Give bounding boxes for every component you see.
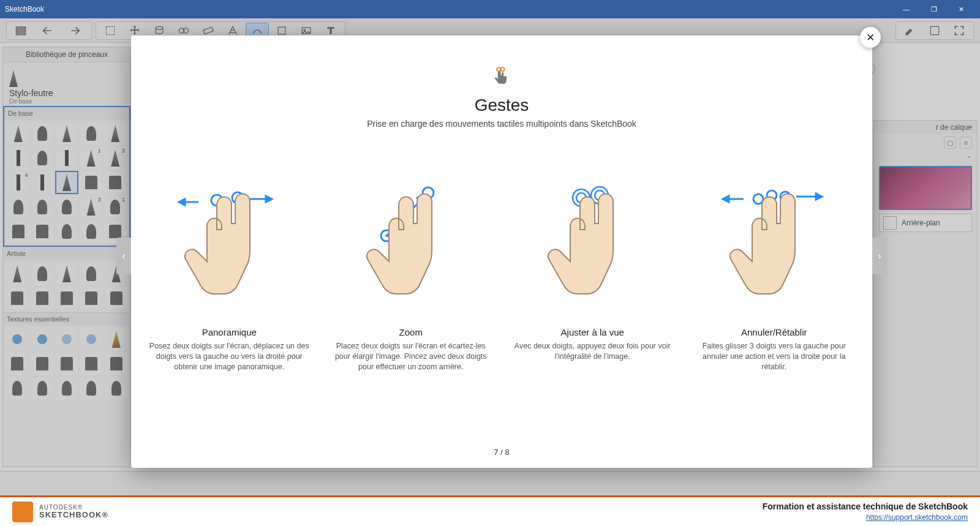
footer-help-link[interactable]: https://support.sketchbook.com [866, 513, 968, 522]
gesture-title: Zoom [329, 327, 494, 337]
gesture-title: Annuler/Rétablir [692, 327, 857, 337]
gesture-title: Ajuster à la vue [510, 327, 675, 337]
svg-marker-33 [723, 196, 729, 202]
gesture-title: Panoramique [147, 327, 312, 337]
titlebar: SketchBook — ❐ ✕ [0, 0, 980, 18]
brand-line2: SKETCHBOOK® [39, 511, 108, 519]
modal-title: Gestes [131, 96, 872, 115]
modal-next-button[interactable]: › [872, 238, 887, 274]
modal-close-button[interactable]: ✕ [860, 27, 881, 48]
gesture-item: Panoramique Posez deux doigts sur l'écra… [143, 165, 315, 372]
window-maximize-button[interactable]: ❐ [920, 0, 948, 18]
svg-marker-35 [816, 193, 822, 200]
svg-point-13 [500, 67, 504, 71]
modal-pager: 7 / 8 [131, 448, 872, 457]
svg-marker-19 [266, 196, 272, 202]
app-title: SketchBook [5, 5, 892, 13]
window-minimize-button[interactable]: — [892, 0, 920, 18]
gesture-description: Posez deux doigts sur l'écran, déplacez … [147, 341, 312, 372]
window-close-button[interactable]: ✕ [948, 0, 975, 18]
gestures-modal: ‹ › ✕ Gestes Prise en charge des mouveme… [131, 36, 872, 468]
sketchbook-logo-icon [12, 502, 33, 522]
touch-icon [489, 65, 514, 89]
gesture-illustration [692, 165, 857, 318]
svg-marker-17 [179, 199, 185, 205]
footer: AUTODESK® SKETCHBOOK® Formation et assis… [0, 495, 980, 526]
gesture-illustration [147, 165, 312, 318]
gesture-item: Annuler/Rétablir Faites glisser 3 doigts… [688, 165, 861, 372]
modal-prev-button[interactable]: ‹ [116, 238, 131, 274]
footer-help-title: Formation et assistance technique de Ske… [763, 502, 968, 511]
gesture-illustration [510, 165, 675, 318]
svg-point-12 [497, 67, 500, 71]
gesture-description: Avec deux doigts, appuyez deux fois pour… [510, 341, 675, 362]
gesture-item: Ajuster à la vue Avec deux doigts, appuy… [507, 165, 679, 372]
gesture-description: Placez deux doigts sur l'écran et écarte… [329, 341, 494, 372]
gesture-description: Faites glisser 3 doigts vers la gauche p… [692, 341, 857, 372]
gesture-illustration [329, 165, 494, 318]
modal-subtitle: Prise en charge des mouvements tactiles … [131, 119, 872, 129]
gesture-item: Zoom Placez deux doigts sur l'écran et é… [325, 165, 497, 372]
